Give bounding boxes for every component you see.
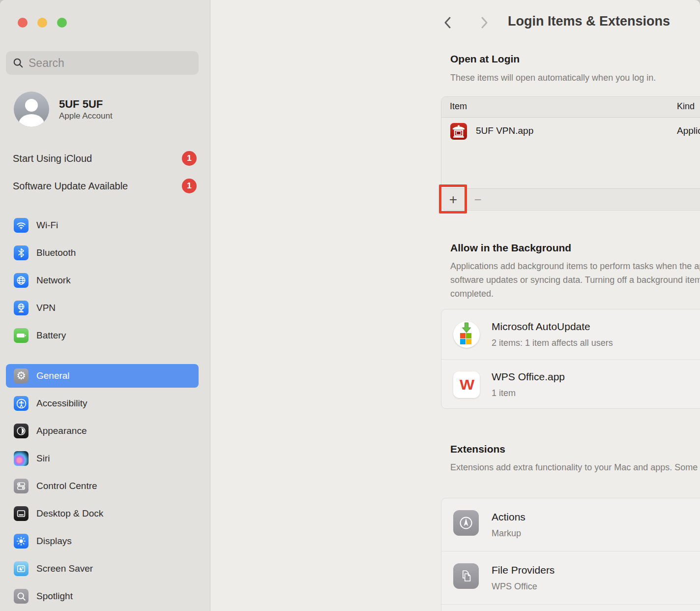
sidebar-item-wifi[interactable]: Wi-Fi — [6, 214, 199, 237]
system-settings-window: 5UF 5UF Apple Account Start Using iCloud… — [0, 0, 700, 611]
zoom-window-button[interactable] — [57, 18, 67, 28]
sidebar-item-displays[interactable]: Displays — [6, 529, 199, 553]
accessibility-icon — [14, 396, 29, 411]
extension-subtitle: Markup — [492, 528, 521, 539]
sidebar-item-control-centre[interactable]: Control Centre — [6, 474, 199, 498]
sidebar-item-bluetooth[interactable]: Bluetooth — [6, 241, 199, 265]
notice-label: Software Update Available — [13, 181, 128, 192]
actions-icon — [453, 510, 479, 536]
sidebar-item-start-using-icloud[interactable]: Start Using iCloud 1 — [13, 150, 199, 167]
sidebar-item-label: VPN — [36, 303, 56, 313]
extension-subtitle: WPS Office — [492, 581, 537, 592]
sidebar-item-desktop-dock[interactable]: Desktop & Dock — [6, 502, 199, 525]
desktop-dock-icon — [14, 506, 29, 521]
remove-login-item-button[interactable]: − — [467, 189, 489, 211]
sidebar-item-label: Siri — [36, 453, 50, 464]
sidebar-item-label: Screen Saver — [36, 563, 93, 574]
main-panel: Login Items & Extensions Open at Login T… — [211, 0, 700, 611]
search-field[interactable] — [6, 51, 199, 75]
extension-row: Actions Markup i — [441, 498, 700, 551]
appearance-icon — [14, 424, 29, 438]
background-item-title: WPS Office.app — [492, 371, 565, 383]
file-providers-icon — [453, 563, 479, 589]
background-item-row: Microsoft AutoUpdate 2 items: 1 item aff… — [441, 309, 700, 359]
background-item-subtitle: 2 items: 1 item affects all users — [492, 338, 613, 348]
account-name: 5UF 5UF — [59, 97, 113, 111]
vpn-app-icon — [450, 123, 467, 140]
gear-icon: ⚙ — [14, 368, 29, 383]
row-divider — [441, 604, 700, 605]
magnifier-icon — [14, 589, 29, 604]
sidebar-item-accessibility[interactable]: Accessibility — [6, 392, 199, 415]
login-item-name: 5UF VPN.app — [476, 125, 533, 136]
sidebar-item-label: Bluetooth — [36, 247, 76, 258]
sun-icon — [14, 534, 29, 549]
sidebar-item-label: General — [36, 370, 70, 381]
minimize-window-button[interactable] — [37, 18, 47, 28]
bluetooth-icon — [14, 245, 29, 260]
page-title: Login Items & Extensions — [508, 14, 670, 29]
search-icon — [13, 58, 24, 68]
sidebar-item-vpn[interactable]: VPN — [6, 296, 199, 320]
background-heading: Allow in the Background — [450, 242, 571, 254]
sidebar-item-network[interactable]: Network — [6, 269, 199, 292]
extension-title: File Providers — [492, 564, 554, 576]
screen-saver-icon — [14, 561, 29, 576]
notification-badge: 1 — [182, 151, 197, 166]
forward-button[interactable] — [476, 15, 492, 31]
sidebar-item-label: Network — [36, 275, 71, 286]
wps-office-icon: W — [453, 371, 480, 398]
search-input[interactable] — [29, 57, 192, 70]
sidebar-nav: Wi-Fi Bluetooth Network VPN — [6, 214, 199, 611]
extensions-description: Extensions add extra functionality to yo… — [450, 460, 700, 474]
back-button[interactable] — [440, 15, 456, 31]
sidebar-item-label: Desktop & Dock — [36, 508, 103, 519]
close-window-button[interactable] — [18, 18, 28, 28]
table-header: Item Kind — [441, 97, 700, 118]
column-header-item: Item — [450, 101, 467, 112]
background-item-subtitle: 1 item — [492, 388, 516, 398]
sidebar-item-screen-saver[interactable]: Screen Saver — [6, 557, 199, 580]
login-item-kind: Application — [677, 125, 700, 136]
background-item-title: Microsoft AutoUpdate — [492, 321, 590, 333]
open-at-login-table: Item Kind 5UF VPN.app Application + − — [441, 96, 700, 211]
wifi-icon — [14, 218, 29, 233]
account-subtitle: Apple Account — [59, 111, 113, 121]
sidebar-item-siri[interactable]: Siri — [6, 447, 199, 470]
extension-title: Actions — [492, 511, 525, 523]
column-header-kind: Kind — [677, 101, 695, 112]
vpn-globe-icon — [14, 301, 29, 315]
background-items-card: Microsoft AutoUpdate 2 items: 1 item aff… — [441, 309, 700, 409]
avatar — [14, 92, 49, 127]
sidebar-item-appearance[interactable]: Appearance — [6, 419, 199, 443]
sidebar-item-spotlight[interactable]: Spotlight — [6, 584, 199, 608]
extensions-card: Actions Markup i File Providers WPS Offi… — [441, 498, 700, 611]
table-footer: + − — [441, 188, 700, 210]
add-login-item-button[interactable]: + — [442, 189, 464, 211]
sidebar-item-label: Appearance — [36, 426, 87, 436]
background-description: Applications add background items to per… — [450, 259, 700, 301]
siri-icon — [14, 451, 29, 466]
sidebar-item-label: Battery — [36, 330, 66, 341]
sidebar: 5UF 5UF Apple Account Start Using iCloud… — [0, 0, 210, 611]
table-row[interactable]: 5UF VPN.app Application — [441, 118, 700, 189]
apple-account-item[interactable]: 5UF 5UF Apple Account — [14, 92, 201, 127]
background-item-row: W WPS Office.app 1 item — [441, 359, 700, 409]
microsoft-autoupdate-icon — [453, 321, 480, 348]
notice-label: Start Using iCloud — [13, 153, 92, 164]
battery-icon — [14, 328, 29, 343]
sidebar-item-label: Wi-Fi — [36, 220, 58, 231]
sidebar-item-label: Accessibility — [36, 398, 87, 409]
sidebar-item-label: Spotlight — [36, 591, 73, 602]
sidebar-item-general[interactable]: ⚙ General — [6, 364, 199, 388]
notification-badge: 1 — [182, 179, 197, 193]
sidebar-item-software-update[interactable]: Software Update Available 1 — [13, 177, 199, 195]
extension-row: File Providers WPS Office i — [441, 551, 700, 604]
sidebar-item-battery[interactable]: Battery — [6, 324, 199, 347]
extensions-heading: Extensions — [450, 443, 505, 455]
sidebar-item-label: Control Centre — [36, 481, 97, 491]
sidebar-item-label: Displays — [36, 536, 72, 547]
control-centre-icon — [14, 479, 29, 493]
open-at-login-heading: Open at Login — [450, 53, 520, 65]
open-at-login-description: These items will open automatically when… — [450, 71, 700, 85]
